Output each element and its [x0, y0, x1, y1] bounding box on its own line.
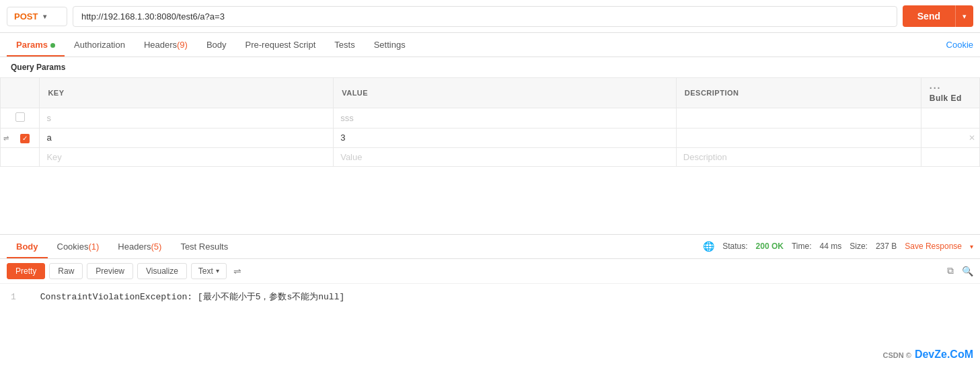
resp-tab-body[interactable]: Body — [7, 235, 48, 258]
tab-tests[interactable]: Tests — [325, 33, 364, 57]
col-check-header — [1, 78, 40, 108]
bulk-edit-icon[interactable]: ··· — [930, 83, 942, 94]
new-row-actions — [921, 147, 979, 166]
new-value-cell[interactable]: Value — [334, 147, 677, 166]
size-label: Size: — [850, 242, 868, 251]
query-params-label: Query Params — [0, 57, 980, 77]
time-label: Time: — [792, 242, 812, 251]
row1-value-cell[interactable]: sss — [334, 108, 677, 128]
row2-checkbox-cell[interactable]: ⇌ ✓ — [1, 128, 40, 148]
col-desc-header: DESCRIPTION — [676, 78, 921, 108]
time-value: 44 ms — [820, 242, 842, 251]
top-bar: POST ▾ Send ▾ — [0, 0, 980, 33]
tab-body[interactable]: Body — [197, 33, 236, 57]
params-table: KEY VALUE DESCRIPTION ··· Bulk Ed s sss — [0, 77, 980, 167]
status-label: Status: — [722, 242, 747, 251]
url-input[interactable] — [73, 6, 897, 27]
format-selector[interactable]: Text ▾ — [191, 263, 227, 279]
tab-params[interactable]: Params — [7, 33, 65, 57]
line-number: 1 — [11, 292, 24, 302]
send-button[interactable]: Send — [903, 5, 955, 27]
send-btn-group: Send ▾ — [903, 5, 973, 27]
table-row: ⇌ ✓ a 3 ✕ — [1, 128, 980, 148]
format-label: Text — [198, 266, 213, 276]
resp-tab-headers[interactable]: Headers(5) — [108, 235, 171, 258]
send-dropdown-button[interactable]: ▾ — [955, 5, 973, 27]
new-param-row: Key Value Description — [1, 147, 980, 166]
save-response-button[interactable]: Save Response — [905, 242, 962, 251]
new-key-cell[interactable]: Key — [40, 147, 334, 166]
filter-icon[interactable]: ⇌ — [3, 134, 9, 141]
cookie-button[interactable]: Cookie — [946, 40, 973, 50]
response-tabs-bar: Body Cookies(1) Headers(5) Test Results … — [0, 235, 980, 259]
row1-desc-cell[interactable] — [676, 108, 921, 128]
size-value: 237 B — [876, 242, 897, 251]
row1-checkbox[interactable] — [15, 112, 25, 122]
view-raw-button[interactable]: Raw — [49, 263, 83, 279]
new-value-placeholder: Value — [340, 152, 362, 162]
view-visualize-button[interactable]: Visualize — [137, 263, 187, 279]
table-row: s sss — [1, 108, 980, 128]
row1-checkbox-cell[interactable] — [1, 108, 40, 128]
response-toolbar: Pretty Raw Preview Visualize Text ▾ ⇌ ⧉ … — [0, 259, 980, 284]
response-section: Body Cookies(1) Headers(5) Test Results … — [0, 235, 980, 309]
tab-pre-request-script[interactable]: Pre-request Script — [236, 33, 326, 57]
response-line: 1 ConstraintViolationException: [最小不能小于5… — [11, 291, 969, 303]
format-chevron-icon: ▾ — [216, 267, 219, 274]
response-body: 1 ConstraintViolationException: [最小不能小于5… — [0, 284, 980, 309]
row2-actions-cell[interactable]: ✕ — [921, 128, 979, 148]
col-key-header: KEY — [40, 78, 334, 108]
row2-key-cell[interactable]: a — [40, 128, 334, 148]
tab-headers[interactable]: Headers(9) — [135, 33, 197, 57]
new-desc-placeholder: Description — [683, 152, 727, 162]
tab-settings[interactable]: Settings — [365, 33, 415, 57]
response-status-info: 🌐 Status: 200 OK Time: 44 ms Size: 237 B… — [703, 241, 973, 252]
row2-checkbox[interactable]: ✓ — [20, 134, 30, 143]
resp-tab-cookies[interactable]: Cookies(1) — [48, 235, 109, 258]
col-actions-header: ··· Bulk Ed — [921, 78, 979, 108]
spacer — [0, 167, 980, 234]
new-key-placeholder: Key — [46, 152, 61, 162]
params-dot — [50, 43, 55, 48]
status-value: 200 OK — [756, 242, 784, 251]
col-value-header: VALUE — [334, 78, 677, 108]
row1-actions-cell — [921, 108, 979, 128]
method-selector[interactable]: POST ▾ — [7, 7, 67, 26]
row2-value-cell[interactable]: 3 — [334, 128, 677, 148]
globe-icon: 🌐 — [703, 241, 714, 252]
view-pretty-button[interactable]: Pretty — [7, 263, 45, 279]
bulk-edit-button[interactable]: Bulk Ed — [930, 94, 962, 103]
method-label: POST — [14, 11, 38, 22]
row2-desc-cell[interactable] — [676, 128, 921, 148]
new-desc-cell[interactable]: Description — [676, 147, 921, 166]
request-tabs-bar: Params Authorization Headers(9) Body Pre… — [0, 33, 980, 57]
search-icon[interactable]: 🔍 — [962, 266, 973, 277]
save-response-chevron-icon[interactable]: ▾ — [970, 243, 973, 250]
wrap-icon[interactable]: ⇌ — [233, 266, 241, 277]
tab-authorization[interactable]: Authorization — [65, 33, 135, 57]
new-row-check — [1, 147, 40, 166]
resp-tab-test-results[interactable]: Test Results — [171, 235, 237, 258]
method-chevron-icon: ▾ — [43, 13, 46, 20]
view-preview-button[interactable]: Preview — [87, 263, 133, 279]
copy-icon[interactable]: ⧉ — [947, 265, 954, 277]
row1-key-cell[interactable]: s — [40, 108, 334, 128]
response-text: ConstraintViolationException: [最小不能小于5，参… — [40, 292, 344, 302]
